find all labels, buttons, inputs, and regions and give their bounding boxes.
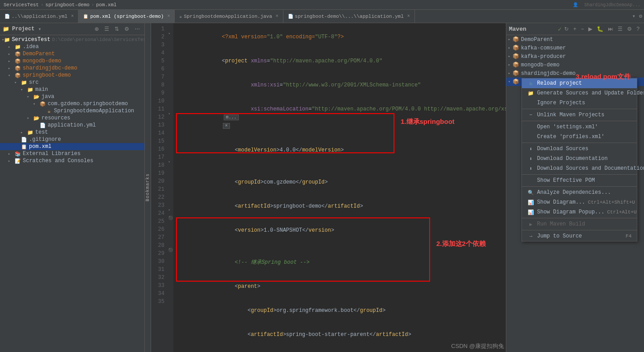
cm-show-diagram-popup[interactable]: 📊 Show Diagram Popup... Ctrl+Alt+U	[522, 207, 637, 217]
cm-sep3	[522, 143, 637, 143]
icon-springboot: 📦	[14, 73, 21, 78]
arrow-idea: ▸	[8, 45, 14, 49]
sidebar-settings-btn[interactable]: ⚙	[123, 25, 131, 33]
maven-collapse-btn[interactable]: ☰	[616, 25, 624, 33]
code-line-4: xsi:schemaLocation="http://maven.apache.…	[177, 97, 506, 138]
cm-generate-sources[interactable]: 📁 Generate Sources and Update Folders	[522, 88, 637, 98]
ln-1: 1	[151, 25, 164, 33]
fold-2[interactable]: ▾	[168, 31, 170, 36]
tab-pom-xml[interactable]: 📋 pom.xml (springboot-demo) ×	[78, 10, 175, 23]
close-badge-4[interactable]: ×	[223, 123, 230, 129]
arrow-demo-parent: ▸	[8, 52, 14, 57]
sidebar-item-springboot[interactable]: ▾ 📦 springboot-demo	[0, 72, 144, 79]
breakpoint-25[interactable]: ⚫	[168, 216, 173, 221]
ln-11: 11	[151, 105, 164, 113]
icon-external: 📚	[14, 151, 21, 157]
sidebar-item-idea[interactable]: ▸ 📁 .idea	[0, 43, 144, 50]
maven-debug-btn[interactable]: 🐛	[595, 25, 605, 33]
sidebar-item-main[interactable]: ▾ 📁 main	[0, 86, 144, 93]
cm-analyze-deps[interactable]: 🔍 Analyze Dependencies...	[522, 188, 637, 197]
tabs-gear-icon[interactable]: ⚙	[639, 13, 642, 20]
code-view[interactable]: <?xml version="1.0" encoding="UTF-8"?> <…	[173, 23, 506, 352]
sidebar-item-mongodb[interactable]: ▸ 📦 mongodb-demo	[0, 57, 144, 65]
sidebar-item-gitignore[interactable]: ▸ 📄 .gitignore	[0, 136, 144, 143]
maven-item-shardingjdbc[interactable]: ▸ 📦 shardingjdbc-demo	[506, 69, 644, 78]
tabs-dropdown-icon[interactable]: ▾	[632, 13, 636, 20]
cm-download-docs[interactable]: ⬇ Download Documentation	[522, 154, 637, 164]
maven-refresh-btn[interactable]: ↻	[562, 25, 570, 33]
maven-add-btn[interactable]: +	[571, 25, 578, 33]
cm-label-dl-docs: Download Documentation	[537, 156, 607, 162]
label-demo-parent: DemoParent	[23, 51, 55, 57]
sidebar-item-shardingjdbc[interactable]: ▸ 📦 shardingjdbc-demo	[0, 65, 144, 72]
code-line-3: xmlns:xsi="http://www.w3.org/2001/XMLSch…	[177, 73, 506, 97]
fold-24[interactable]: ▾	[168, 208, 170, 213]
maven-skip-btn[interactable]: ⏭	[606, 25, 615, 33]
sidebar-item-resources[interactable]: ▾ 📂 resources	[0, 115, 144, 122]
bookmarks-tab[interactable]: Bookmarks	[145, 23, 151, 352]
cm-download-sources-docs[interactable]: ⬇ Download Sources and Documentation	[522, 164, 637, 173]
sidebar-item-java[interactable]: ▾ 📂 java	[0, 93, 144, 100]
cm-ignore-projects[interactable]: Ignore Projects	[522, 98, 637, 108]
tab-close-pom[interactable]: ×	[167, 14, 170, 19]
maven-item-demo-parent[interactable]: ▸ 📦 DemoParent	[506, 35, 644, 44]
cm-open-settings[interactable]: Open 'settings.xml'	[522, 122, 637, 132]
maven-settings-btn[interactable]: ⚙	[625, 25, 634, 33]
cm-show-diagram[interactable]: 📊 Show Diagram... Ctrl+Alt+Shift+U	[522, 197, 637, 207]
cm-label-diagram: Show Diagram...	[537, 199, 585, 205]
sidebar-sort-btn[interactable]: ⇅	[113, 25, 121, 33]
tab-application-yml[interactable]: 📄 ..\\application.yml ×	[0, 10, 78, 23]
maven-item-mongodb[interactable]: ▸ 📦 mongodb-demo	[506, 61, 644, 69]
tabs-bar: 📄 ..\\application.yml × 📋 pom.xml (sprin…	[0, 10, 644, 23]
arrow-mg: ▸	[508, 62, 513, 67]
sidebar-new-btn[interactable]: ⊕	[93, 25, 101, 33]
sidebar-item-scratches[interactable]: ▸ 📝 Scratches and Consoles	[0, 157, 144, 164]
label-src: src	[29, 79, 39, 86]
cm-reload-project[interactable]: ↻ Reload project	[522, 78, 637, 88]
sidebar-item-app-yml[interactable]: ▸ 📄 application.yml	[0, 122, 144, 129]
maven-item-kafka-consumer[interactable]: ▸ 📦 kafka-comsumer	[506, 44, 644, 52]
sidebar-item-pom-xml[interactable]: ▸ 📋 pom.xml	[0, 143, 144, 150]
tab-close-app-yml[interactable]: ×	[71, 14, 74, 19]
tab-springbootdemo[interactable]: ☕ SpringbootdemoApplication.java ×	[175, 10, 283, 23]
ln-34: 34	[151, 290, 164, 298]
tab-close-springboot-yml[interactable]: ×	[407, 14, 410, 19]
maven-run-btn[interactable]: ▶	[587, 25, 594, 33]
sidebar-item-test[interactable]: ▸ 📁 test	[0, 129, 144, 136]
fold-12[interactable]: ▾	[168, 111, 170, 116]
cm-show-effective-pom[interactable]: Show Effective POM	[522, 176, 637, 185]
label-mg: mongodb-demo	[521, 62, 559, 68]
cm-create-profiles[interactable]: Create 'profiles.xml'	[522, 132, 637, 142]
sidebar-dropdown-icon[interactable]: ▾	[38, 26, 41, 33]
ln-29: 29	[151, 250, 164, 258]
label-kc: kafka-comsumer	[521, 45, 566, 51]
cm-download-sources[interactable]: ⬇ Download Sources	[522, 144, 637, 154]
cm-unlink-maven[interactable]: − Unlink Maven Projects	[522, 110, 637, 120]
ln-6: 6	[151, 65, 164, 73]
sidebar-collapse-btn[interactable]: ☰	[103, 25, 111, 33]
ln-31: 31	[151, 266, 164, 274]
sidebar-item-src[interactable]: ▾ 📁 src	[0, 79, 144, 86]
sidebar-item-demo-parent[interactable]: ▸ 📦 DemoParent	[0, 50, 144, 57]
tab-label-app-yml: ..\\application.yml	[12, 14, 67, 19]
fold-18[interactable]: ▾	[168, 160, 170, 164]
sidebar-item-services-test[interactable]: ▾ 📁 ServicesTest D:\Code\persona\idea\Se…	[0, 36, 144, 43]
maven-remove-btn[interactable]: −	[579, 25, 586, 33]
sidebar-title: Project	[12, 26, 34, 32]
tab-springboot-app-yml[interactable]: 📄 springboot-demo\\...\\application.yml …	[283, 10, 415, 23]
cm-shortcut-diagram-popup: Ctrl+Alt+U	[607, 209, 636, 215]
ln-33: 33	[151, 282, 164, 290]
sidebar-item-package[interactable]: ▾ 📦 com.gzdemo.springbootdemo	[0, 100, 144, 107]
cm-label-open-settings: Open 'settings.xml'	[537, 124, 598, 130]
sidebar-dots-btn[interactable]: ⋯	[133, 25, 142, 33]
sidebar-item-external-libs[interactable]: ▸ 📚 External Libraries	[0, 150, 144, 157]
code-line-13: <groupId>org.springframework.boot</group…	[177, 299, 506, 323]
code-line-6	[177, 162, 506, 170]
cm-jump-to-source[interactable]: → Jump to Source F4	[522, 231, 637, 241]
hint-badge-4[interactable]: m...	[224, 115, 239, 120]
maven-item-kafka-producer[interactable]: ▸ 📦 kafka-producer	[506, 52, 644, 61]
maven-help-btn[interactable]: ?	[635, 25, 641, 33]
tab-close-springbootdemo[interactable]: ×	[276, 14, 279, 19]
sidebar-item-app-class[interactable]: ▸ ☕ SpringbootdemoApplication	[0, 107, 144, 115]
breakpoint-29[interactable]: ⚫	[168, 248, 173, 253]
